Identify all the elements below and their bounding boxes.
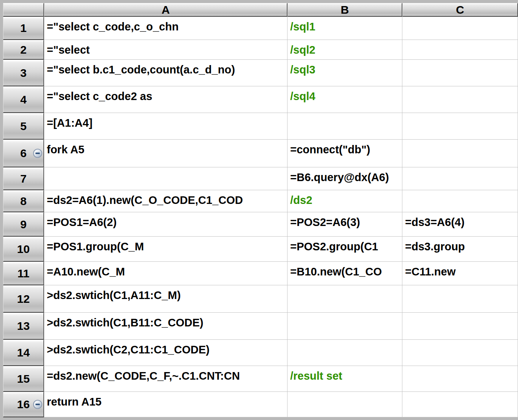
row-header-15[interactable]: 15 xyxy=(3,366,44,392)
row-header-2[interactable]: 2 xyxy=(3,40,44,60)
row-header-9[interactable]: 9 xyxy=(3,212,44,237)
cell-C8[interactable] xyxy=(402,190,518,212)
sheet-row-13: 13 >ds2.swtich(C1,B11:C_CODE) xyxy=(3,313,518,340)
cell-B9[interactable]: =POS2=A6(3) xyxy=(288,212,402,237)
cell-B1[interactable]: /sql1 xyxy=(288,17,402,40)
cell-B3[interactable]: /sql3 xyxy=(288,60,402,86)
row-header-4[interactable]: 4 xyxy=(3,86,44,113)
cell-A2[interactable]: ="select xyxy=(44,40,288,60)
sheet-row-1: 1 ="select c_code,c_o_chn /sql1 xyxy=(3,17,518,40)
cell-B10[interactable]: =POS2.group(C1 xyxy=(288,237,402,262)
row-header-14[interactable]: 14 xyxy=(3,340,44,366)
row-number: 3 xyxy=(20,67,27,80)
row-header-1[interactable]: 1 xyxy=(3,17,44,40)
row-number: 13 xyxy=(17,320,30,332)
row-header-6[interactable]: 6 xyxy=(3,140,44,167)
sheet-row-4: 4 ="select c_code2 as /sql4 xyxy=(3,86,518,113)
sheet-row-10: 10 =POS1.group(C_M =POS2.group(C1 =ds3.g… xyxy=(3,237,518,262)
cell-B13[interactable] xyxy=(288,313,402,340)
cell-B16[interactable] xyxy=(288,392,402,417)
column-header-row: A B C xyxy=(3,3,518,17)
cell-B8[interactable]: /ds2 xyxy=(288,190,402,212)
cell-B2[interactable]: /sql2 xyxy=(288,40,402,60)
sheet-row-3: 3 ="select b.c1_code,count(a.c_d_no) /sq… xyxy=(3,60,518,86)
sheet-row-9: 9 =POS1=A6(2) =POS2=A6(3) =ds3=A6(4) xyxy=(3,212,518,237)
row-header-3[interactable]: 3 xyxy=(3,60,44,86)
cell-C14[interactable] xyxy=(402,340,518,366)
cell-C6[interactable] xyxy=(402,140,518,167)
column-header-a[interactable]: A xyxy=(44,3,288,17)
cell-B14[interactable] xyxy=(288,340,402,366)
cell-A5[interactable]: =[A1:A4] xyxy=(44,113,288,140)
sheet-row-14: 14 >ds2.swtich(C2,C11:C1_CODE) xyxy=(3,340,518,366)
cell-A3[interactable]: ="select b.c1_code,count(a.c_d_no) xyxy=(44,60,288,86)
row-number: 11 xyxy=(17,267,30,280)
row-number: 10 xyxy=(17,243,30,256)
cell-A4[interactable]: ="select c_code2 as xyxy=(44,86,288,113)
sheet-row-11: 11 =A10.new(C_M =B10.new(C1_CO =C11.new xyxy=(3,262,518,285)
cell-C10[interactable]: =ds3.group xyxy=(402,237,518,262)
corner-cell[interactable] xyxy=(3,3,44,17)
row-number: 6 xyxy=(20,147,27,160)
cell-A1[interactable]: ="select c_code,c_o_chn xyxy=(44,17,288,40)
row-number: 2 xyxy=(20,43,27,56)
sheet-row-16: 16 return A15 xyxy=(3,392,518,417)
cell-A11[interactable]: =A10.new(C_M xyxy=(44,262,288,285)
row-number: 8 xyxy=(20,195,27,208)
sheet-row-12: 12 >ds2.swtich(C1,A11:C_M) xyxy=(3,285,518,313)
cell-C11[interactable]: =C11.new xyxy=(402,262,518,285)
row-header-10[interactable]: 10 xyxy=(3,237,44,262)
row-number: 14 xyxy=(17,346,30,359)
sheet-row-6: 6 fork A5 =connect("db") xyxy=(3,140,518,167)
cell-B11[interactable]: =B10.new(C1_CO xyxy=(288,262,402,285)
row-number: 16 xyxy=(17,398,30,411)
row-header-8[interactable]: 8 xyxy=(3,190,44,212)
cell-A7[interactable] xyxy=(44,167,288,190)
row-number: 5 xyxy=(20,120,27,133)
cell-C12[interactable] xyxy=(402,285,518,313)
cell-A6[interactable]: fork A5 xyxy=(44,140,288,167)
row-header-13[interactable]: 13 xyxy=(3,313,44,340)
row-header-16[interactable]: 16 xyxy=(3,392,44,417)
collapse-minus-icon[interactable] xyxy=(33,149,42,158)
cell-A14[interactable]: >ds2.swtich(C2,C11:C1_CODE) xyxy=(44,340,288,366)
collapse-minus-icon[interactable] xyxy=(33,400,42,409)
cell-C16[interactable] xyxy=(402,392,518,417)
cell-C7[interactable] xyxy=(402,167,518,190)
cell-B7[interactable]: =B6.query@dx(A6) xyxy=(288,167,402,190)
row-header-5[interactable]: 5 xyxy=(3,113,44,140)
cell-B6[interactable]: =connect("db") xyxy=(288,140,402,167)
cell-C15[interactable] xyxy=(402,366,518,392)
row-number: 9 xyxy=(20,218,27,231)
cell-C13[interactable] xyxy=(402,313,518,340)
cell-C5[interactable] xyxy=(402,113,518,140)
row-header-11[interactable]: 11 xyxy=(3,262,44,285)
spreadsheet-grid: A B C 1 ="select c_code,c_o_chn /sql1 2 … xyxy=(3,3,518,417)
sheet-row-5: 5 =[A1:A4] xyxy=(3,113,518,140)
cell-C9[interactable]: =ds3=A6(4) xyxy=(402,212,518,237)
sheet-row-7: 7 =B6.query@dx(A6) xyxy=(3,167,518,190)
cell-A16[interactable]: return A15 xyxy=(44,392,288,417)
cell-A15[interactable]: =ds2.new(C_CODE,C_F,~.C1.CNT:CN xyxy=(44,366,288,392)
row-header-12[interactable]: 12 xyxy=(3,285,44,313)
row-header-7[interactable]: 7 xyxy=(3,167,44,190)
cell-A10[interactable]: =POS1.group(C_M xyxy=(44,237,288,262)
cell-C2[interactable] xyxy=(402,40,518,60)
cell-B5[interactable] xyxy=(288,113,402,140)
cell-C3[interactable] xyxy=(402,60,518,86)
sheet-row-8: 8 =ds2=A6(1).new(C_O_CODE,C1_COD /ds2 xyxy=(3,190,518,212)
cell-C4[interactable] xyxy=(402,86,518,113)
cell-B12[interactable] xyxy=(288,285,402,313)
row-number: 7 xyxy=(20,172,27,185)
column-header-c[interactable]: C xyxy=(402,3,518,17)
cell-B4[interactable]: /sql4 xyxy=(288,86,402,113)
cell-A9[interactable]: =POS1=A6(2) xyxy=(44,212,288,237)
cell-A13[interactable]: >ds2.swtich(C1,B11:C_CODE) xyxy=(44,313,288,340)
row-number: 4 xyxy=(20,93,27,106)
cell-B15[interactable]: /result set xyxy=(288,366,402,392)
cell-C1[interactable] xyxy=(402,17,518,40)
row-number: 15 xyxy=(17,372,30,385)
column-header-b[interactable]: B xyxy=(288,3,402,17)
cell-A12[interactable]: >ds2.swtich(C1,A11:C_M) xyxy=(44,285,288,313)
cell-A8[interactable]: =ds2=A6(1).new(C_O_CODE,C1_COD xyxy=(44,190,288,212)
